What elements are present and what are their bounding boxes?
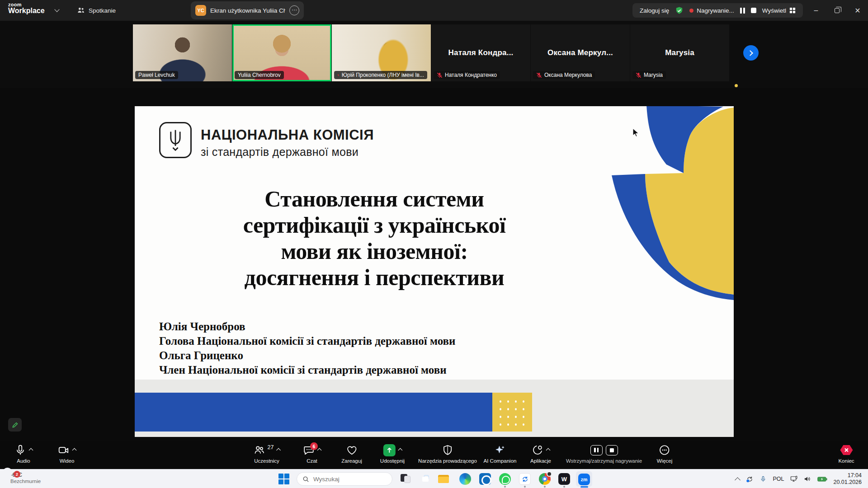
close-button[interactable]: ✕ xyxy=(847,0,868,21)
stop-recording-button[interactable] xyxy=(605,445,618,455)
tray-sync-icon[interactable] xyxy=(743,469,757,488)
leave-label: Koniec xyxy=(838,458,854,464)
mic-muted-icon xyxy=(437,72,443,78)
security-shield-icon[interactable] xyxy=(675,6,684,15)
recording-dot-icon xyxy=(689,9,693,13)
toolbar-ai-companion[interactable]: AI Companion xyxy=(484,444,517,464)
whatsapp-icon[interactable] xyxy=(499,473,511,485)
toolbar-audio[interactable]: Audio xyxy=(14,444,33,464)
chrome-icon[interactable] xyxy=(539,473,551,485)
tab-screen-share-label: Ekran użytkownika Yuliia Chernob xyxy=(210,7,285,14)
toolbar-participants[interactable]: 27 Uczestnicy xyxy=(254,444,280,464)
ai-companion-sparkle-icon xyxy=(494,444,506,456)
annotation-tools-button[interactable] xyxy=(8,418,22,432)
tryzub-trident-icon xyxy=(167,129,184,151)
tray-show-hidden-icons[interactable] xyxy=(732,469,743,488)
shared-screen-stage: НАЦІОНАЛЬНА КОМІСІЯ зі стандартів держав… xyxy=(0,88,868,441)
host-tools-label: Narzędzia prowadzącego xyxy=(418,458,477,464)
toolbar-record-control[interactable]: Wstrzymaj/zatrzymaj nagrywanie xyxy=(566,444,642,464)
participant-name-chip: Юрій Прокопенко (ЛНУ імені Ів... xyxy=(334,71,427,79)
pause-recording-icon[interactable] xyxy=(740,8,745,14)
slide-title-line1: Становлення системи xyxy=(144,186,605,212)
mic-muted-icon xyxy=(337,72,340,78)
avatar: YC xyxy=(195,5,206,16)
participants-chevron-icon[interactable] xyxy=(276,448,281,452)
pause-recording-button[interactable] xyxy=(590,445,602,455)
chat-unread-badge: 6 xyxy=(310,442,318,450)
sync-app-icon[interactable] xyxy=(519,473,531,485)
more-ellipsis-icon xyxy=(659,444,670,456)
tab-options-icon[interactable]: ⋯ xyxy=(289,5,299,15)
recording-indicator: Nagrywanie... xyxy=(689,7,734,14)
webex-app-icon[interactable]: W xyxy=(558,473,570,485)
tab-meeting[interactable]: Spotkanie xyxy=(72,0,120,21)
microsoft-store-icon[interactable] xyxy=(420,473,431,485)
toolbar-host-tools[interactable]: Narzędzia prowadzącego xyxy=(418,444,477,464)
participants-icon xyxy=(77,6,85,14)
toolbar-video[interactable]: Wideo xyxy=(58,444,76,464)
tray-clock[interactable]: 17:04 20.01.2026 xyxy=(830,472,868,486)
meeting-toolbar: Audio Wideo 27 Uczestnicy 6 Czat xyxy=(0,441,868,469)
toolbar-apps[interactable]: Aplikacje xyxy=(530,444,551,464)
tray-date: 20.01.2026 xyxy=(833,479,862,486)
tab-screen-share[interactable]: YC Ekran użytkownika Yuliia Chernob ⋯ xyxy=(191,1,304,19)
video-options-chevron-icon[interactable] xyxy=(72,448,77,452)
tab-meeting-label: Spotkanie xyxy=(89,7,116,14)
tray-network-icon[interactable] xyxy=(787,469,801,488)
participant-name-chip: Marysia xyxy=(632,71,666,79)
toolbar-react[interactable]: Zareaguj xyxy=(341,444,362,464)
presentation-slide: НАЦІОНАЛЬНА КОМІСІЯ зі стандартів держав… xyxy=(135,106,734,437)
start-button[interactable] xyxy=(278,474,289,484)
react-label: Zareaguj xyxy=(341,458,362,464)
camera-icon xyxy=(58,444,70,456)
participant-name-chip: Оксана Меркулова xyxy=(533,71,595,79)
mouse-cursor xyxy=(632,128,640,138)
file-explorer-icon[interactable] xyxy=(438,473,449,485)
zoom-workplace-logo: zoom Workplace xyxy=(8,2,45,15)
active-app-indicator xyxy=(580,486,588,488)
video-tile-yuliia-active-speaker[interactable]: Yuliia Chernobrov xyxy=(232,24,331,81)
chat-chevron-icon[interactable] xyxy=(317,448,322,452)
tray-language-indicator[interactable]: POL xyxy=(769,469,787,488)
participants-label: Uczestnicy xyxy=(254,458,279,464)
view-button[interactable]: Wyświetl xyxy=(762,7,796,14)
toolbar-chat[interactable]: 6 Czat xyxy=(303,444,321,464)
ai-companion-label: AI Companion xyxy=(484,458,517,464)
name-tile-marysia[interactable]: Marysia Marysia xyxy=(630,24,729,81)
toolbar-leave-meeting[interactable]: Koniec xyxy=(838,444,854,464)
view-label: Wyświetl xyxy=(762,7,786,14)
taskbar-weather-widget[interactable]: 2 -6°C Bezchmurnie xyxy=(6,471,41,484)
zoom-app-icon[interactable]: zm xyxy=(578,473,590,485)
window-controls: – ✕ xyxy=(806,0,868,21)
task-view-button[interactable] xyxy=(400,473,411,485)
search-input[interactable] xyxy=(313,476,381,483)
toolbar-share-screen[interactable]: Udostępnij xyxy=(380,444,405,464)
pencil-icon xyxy=(12,422,19,428)
restore-button[interactable] xyxy=(826,0,847,21)
slide-decoration-circles xyxy=(588,106,734,380)
toolbar-more[interactable]: Więcej xyxy=(657,444,673,464)
stop-recording-icon[interactable] xyxy=(751,8,756,13)
name-tile-oksana[interactable]: Оксана Меркул... Оксана Меркулова xyxy=(531,24,630,81)
share-screen-icon xyxy=(383,444,396,456)
share-options-chevron-icon[interactable] xyxy=(398,448,402,452)
org-header: НАЦІОНАЛЬНА КОМІСІЯ зі стандартів держав… xyxy=(201,127,374,159)
apps-chevron-icon[interactable] xyxy=(546,448,551,452)
taskbar-search[interactable] xyxy=(297,472,392,486)
name-tile-natalia[interactable]: Наталя Кондра... Наталя Кондратенко xyxy=(431,24,530,81)
host-tools-shield-icon xyxy=(442,444,453,456)
chevron-right-icon xyxy=(747,50,753,56)
tray-microphone-icon[interactable] xyxy=(757,469,769,488)
next-participants-button[interactable] xyxy=(743,45,759,61)
video-tile-pawel[interactable]: Paweł Levchuk xyxy=(133,24,232,81)
tray-volume-icon[interactable] xyxy=(801,469,814,488)
video-tile-yurii[interactable]: Юрій Прокопенко (ЛНУ імені Ів... xyxy=(332,24,431,81)
login-button[interactable]: Zaloguj się xyxy=(640,7,669,14)
workspace-chevron-down-icon[interactable] xyxy=(54,7,59,12)
outlook-icon[interactable] xyxy=(479,473,491,485)
edge-browser-icon[interactable] xyxy=(459,473,471,485)
tray-battery-icon[interactable] xyxy=(814,469,830,488)
minimize-button[interactable]: – xyxy=(806,0,826,21)
audio-options-chevron-icon[interactable] xyxy=(29,448,33,452)
titlebar: zoom Workplace Spotkanie YC Ekran użytko… xyxy=(0,0,868,21)
